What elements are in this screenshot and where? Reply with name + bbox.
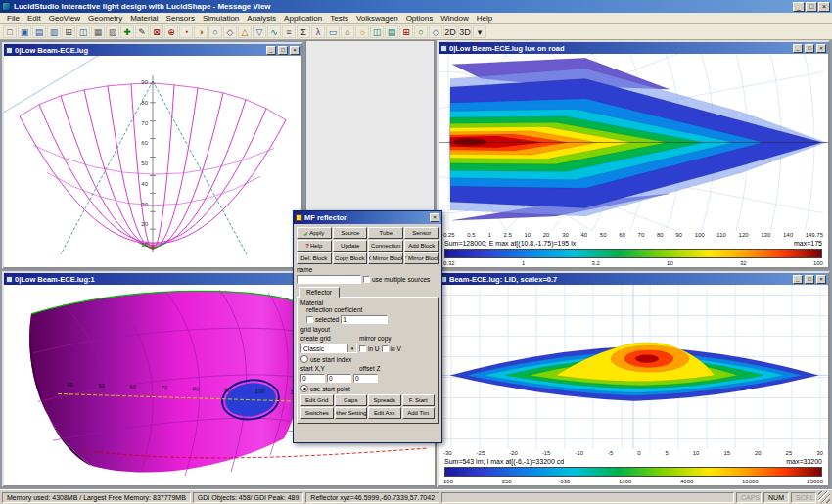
toolbar-icon[interactable]: ⊕ xyxy=(164,25,178,38)
menu-item[interactable]: Analysis xyxy=(243,14,280,23)
toolbar-icon[interactable]: ○ xyxy=(208,25,222,38)
lux-plot-canvas[interactable] xyxy=(439,54,828,231)
toolbar-icon[interactable]: 3D xyxy=(458,25,472,38)
window-minimize-button[interactable]: _ xyxy=(793,275,803,284)
menu-item[interactable]: Geometry xyxy=(84,14,126,23)
toolbar-icon[interactable]: ▣ xyxy=(18,25,31,38)
toolbar-icon[interactable]: ☼ xyxy=(355,25,369,38)
dialog-button[interactable]: Gaps xyxy=(335,394,368,406)
wireframe-canvas[interactable] xyxy=(4,56,301,267)
toolbar-icon[interactable]: □ xyxy=(3,25,17,38)
dialog-button[interactable]: Connection xyxy=(368,240,403,252)
dialog-button[interactable]: Other Settings xyxy=(335,407,368,419)
dialog-button[interactable]: Y Mirror Block xyxy=(404,252,439,264)
toolbar-icon[interactable]: ◑ xyxy=(194,25,208,38)
dialog-button[interactable]: ? Help xyxy=(297,240,332,252)
window-minimize-button[interactable]: _ xyxy=(793,44,803,53)
window-restore-button[interactable]: □ xyxy=(278,46,288,55)
toolbar-icon[interactable]: ○ xyxy=(414,25,428,38)
window-close-button[interactable]: × xyxy=(816,44,826,53)
window-restore-button[interactable]: □ xyxy=(805,275,814,284)
dialog-button[interactable]: X Mirror Block xyxy=(368,252,403,264)
window-titlebar[interactable]: 0|Low Beam-ECE.lug lux on road _ □ × xyxy=(439,42,828,54)
toolbar-icon[interactable]: ▤ xyxy=(385,25,398,38)
start-x-input[interactable] xyxy=(300,374,325,383)
menu-item[interactable]: Sensors xyxy=(162,14,199,23)
toolbar-icon[interactable]: ◫ xyxy=(370,25,384,38)
dialog-button[interactable]: Tube xyxy=(368,227,403,239)
window-close-button[interactable]: × xyxy=(290,46,300,55)
toolbar-icon[interactable]: ▭ xyxy=(326,25,340,38)
resize-grip[interactable] xyxy=(818,491,830,503)
dialog-button[interactable]: F. Start xyxy=(402,394,436,406)
dialog-button[interactable]: Sensor xyxy=(404,227,439,239)
create-grid-select[interactable]: Classic ▾ xyxy=(300,344,357,353)
window-titlebar[interactable]: Beam-ECE.lug: LID, scalex=0.7 _ □ × xyxy=(439,273,828,285)
dialog-button[interactable]: Switches xyxy=(300,407,334,419)
toolbar-icon[interactable]: ✎ xyxy=(135,25,149,38)
toolbar-icon[interactable]: ▥ xyxy=(47,25,61,38)
toolbar-icon[interactable]: ▽ xyxy=(253,25,266,38)
menu-item[interactable]: Edit xyxy=(23,14,45,23)
mirror-u-checkbox[interactable] xyxy=(359,345,366,352)
restore-button[interactable]: □ xyxy=(806,2,817,12)
menu-item[interactable]: Options xyxy=(402,14,438,23)
lid-plot-viewport[interactable]: -30-25-20-15-10-5051015202530 Sum=543 lm… xyxy=(439,285,828,485)
toolbar-icon[interactable]: ▾ xyxy=(473,25,486,38)
menu-item[interactable]: Simulation xyxy=(199,14,243,23)
tab-reflector[interactable]: Reflector xyxy=(299,287,340,298)
toolbar-icon[interactable]: △ xyxy=(238,25,252,38)
mirror-v-checkbox[interactable] xyxy=(382,345,389,352)
dialog-button[interactable]: Update xyxy=(333,240,368,252)
dialog-button[interactable]: Add Tim xyxy=(402,407,436,419)
menu-item[interactable]: File xyxy=(3,14,23,23)
multiple-sources-checkbox[interactable] xyxy=(363,276,370,283)
name-input[interactable] xyxy=(297,275,361,284)
toolbar-icon[interactable]: Σ xyxy=(297,25,310,38)
lux-plot-viewport[interactable]: 0.250.512.510203040506070809010011012013… xyxy=(439,54,828,267)
start-y-input[interactable] xyxy=(327,374,351,383)
dialog-button[interactable]: ✓ Apply xyxy=(297,227,332,239)
dialog-button[interactable]: Copy Block xyxy=(333,252,368,264)
dialog-button[interactable]: Spreads xyxy=(368,394,401,406)
toolbar-icon[interactable]: ∿ xyxy=(267,25,281,38)
toolbar-icon[interactable]: ⌂ xyxy=(341,25,354,38)
minimize-button[interactable]: _ xyxy=(793,2,805,12)
toolbar-icon[interactable]: λ xyxy=(311,25,325,38)
dialog-button[interactable]: Edit Grid xyxy=(300,394,334,406)
toolbar-icon[interactable]: ◔ xyxy=(179,25,193,38)
menu-item[interactable]: Volkswagen xyxy=(352,14,402,23)
toolbar-icon[interactable]: ▤ xyxy=(32,25,46,38)
toolbar-icon[interactable]: ▧ xyxy=(106,25,119,38)
toolbar-icon[interactable]: ◇ xyxy=(429,25,442,38)
menu-item[interactable]: Application xyxy=(280,14,326,23)
toolbar-icon[interactable]: ⊠ xyxy=(150,25,163,38)
menu-item[interactable]: Tests xyxy=(326,14,352,23)
toolbar-icon[interactable]: ✚ xyxy=(120,25,134,38)
menu-item[interactable]: Help xyxy=(473,14,496,23)
menu-item[interactable]: Material xyxy=(126,14,162,23)
toolbar-icon[interactable]: ▦ xyxy=(91,25,105,38)
titlebar[interactable]: LucidStudio Interactive light design wit… xyxy=(0,0,832,13)
use-start-index-radio[interactable] xyxy=(300,355,308,363)
reflection-coefficient-input[interactable] xyxy=(341,315,388,324)
dialog-button[interactable]: Source xyxy=(333,227,368,239)
window-close-button[interactable]: × xyxy=(816,275,826,284)
dialog-button[interactable]: Add Block xyxy=(404,240,439,252)
toolbar-icon[interactable]: ⊞ xyxy=(62,25,75,38)
toolbar-icon[interactable]: 2D xyxy=(443,25,457,38)
window-minimize-button[interactable]: _ xyxy=(266,46,276,55)
dialog-button[interactable]: Del. Block xyxy=(297,252,332,264)
toolbar-icon[interactable]: ◫ xyxy=(76,25,90,38)
toolbar-icon[interactable]: ⊞ xyxy=(399,25,413,38)
menu-item[interactable]: GeoView xyxy=(45,14,84,23)
offset-z-input[interactable] xyxy=(353,374,378,383)
window-titlebar[interactable]: 0|Low Beam-ECE.lug _ □ × xyxy=(4,44,301,56)
window-restore-button[interactable]: □ xyxy=(805,44,814,53)
dialog-titlebar[interactable]: MF reflector × xyxy=(294,211,441,224)
dialog-button[interactable]: Edit Axs xyxy=(368,407,401,419)
selected-checkbox[interactable] xyxy=(306,316,313,323)
use-start-point-radio[interactable] xyxy=(300,385,308,392)
close-button[interactable]: × xyxy=(818,2,830,12)
lid-plot-canvas[interactable] xyxy=(439,285,828,449)
